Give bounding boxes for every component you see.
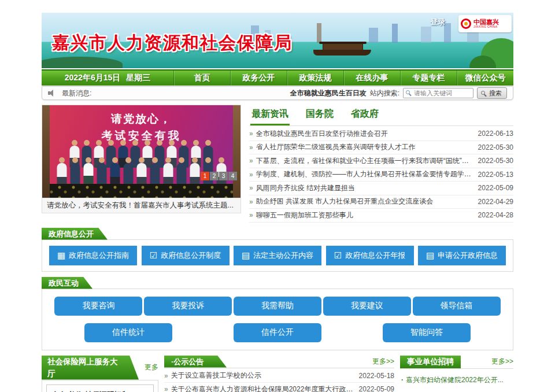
pager-3[interactable]: 3 xyxy=(219,172,228,180)
news-row[interactable]: » 聊聊五一假期加班工资那些事儿 2022-04-28 xyxy=(249,209,513,223)
suggestion-button[interactable]: 我要建议 xyxy=(323,297,411,316)
nav-item-home[interactable]: 首页 xyxy=(173,71,230,86)
tab-state-council[interactable]: 国务院 xyxy=(305,106,335,125)
nav-item-special[interactable]: 专题专栏 xyxy=(400,71,457,86)
doc-check-icon: ☑ xyxy=(334,251,342,260)
arrow-icon: » xyxy=(164,372,168,380)
consult-button[interactable]: 我要咨询 xyxy=(54,297,142,316)
boat-graphic xyxy=(313,40,371,56)
grid-icon: ▦ xyxy=(57,251,65,260)
social-more-link[interactable]: 更多 xyxy=(145,363,158,372)
news-tabs: 最新资讯 国务院 省政府 xyxy=(249,105,513,126)
recruit-row[interactable]: 2022年嘉兴市属事业单位公开... xyxy=(400,388,513,392)
wall-graphic xyxy=(42,105,50,198)
interaction-buttons: 我要咨询 我要投诉 我需帮助 我要建议 领导信箱 信件统计 信件公开 智能问答 xyxy=(42,289,513,350)
social-items: 个人(单位)社保证明打印 办事指南 xyxy=(42,380,158,392)
gov-info-system-button[interactable]: ☑ 政府信息公开制度 xyxy=(142,246,230,265)
tab-latest-news[interactable]: 最新资讯 xyxy=(250,106,290,125)
arrow-icon: » xyxy=(249,171,253,179)
notice-list: » 关于设立嘉善技工学校的公示 2022-05-18 » 关于公布嘉兴市人力资源… xyxy=(164,368,394,392)
nav-item-gov-open[interactable]: 政务公开 xyxy=(230,71,287,86)
nav-date: 2022年6月15日 星期三 xyxy=(42,71,173,86)
news-row[interactable]: » 下基层、走流程，省社保和就业中心主任项薇一行来我市调研“国统”上线情况 20… xyxy=(249,154,513,168)
legal-disclosure-button[interactable]: ▤ 法定主动公开内容 xyxy=(234,246,321,265)
logo-ring-icon xyxy=(461,19,471,29)
notice-row[interactable]: » 关于设立嘉善技工学校的公示 2022-05-18 xyxy=(164,369,394,383)
nav-item-wechat[interactable]: 微信公众号 xyxy=(457,71,513,86)
news-row[interactable]: » 风雨同舟齐抗疫 结对共建显担当 2022-05-09 xyxy=(249,182,513,195)
carpet-graphic xyxy=(42,184,240,198)
notice-panel-title: ·公示公告 xyxy=(164,356,227,368)
social-insurance-panel: 社会保险网上服务大厅 更多 个人(单位)社保证明打印 办事指南 xyxy=(42,356,158,392)
need-help-button[interactable]: 我需帮助 xyxy=(234,297,321,316)
arrow-icon: » xyxy=(164,385,168,392)
interaction-section-title: 政民互动 xyxy=(42,277,92,289)
arrow-icon: » xyxy=(249,130,253,138)
slideshow-caption[interactable]: 请党放心，考试安全有我！首届嘉兴市人事考试系统主题... xyxy=(42,198,241,213)
apply-disclosure-button[interactable]: ▤ 申请公开政府信息 xyxy=(418,246,506,265)
pager-4[interactable]: 4 xyxy=(228,172,237,180)
leader-mailbox-button[interactable]: 领导信箱 xyxy=(413,297,501,316)
site-title: 嘉兴市人力资源和社会保障局 xyxy=(52,31,293,55)
nav-item-policy[interactable]: 政策法规 xyxy=(287,71,343,86)
doc-check-icon: ☑ xyxy=(150,251,157,260)
shore-graphic xyxy=(42,57,123,68)
arrow-icon: » xyxy=(249,157,253,165)
wall-graphic xyxy=(233,105,240,198)
social-cert-print-item[interactable]: 个人(单位)社保证明打印 xyxy=(46,384,154,392)
gov-info-section: 政府信息公开 ▦ 政府信息公开指南 ☑ 政府信息公开制度 ▤ 法定主动公开内容 … xyxy=(42,228,513,272)
hot-topic-text[interactable]: 全市稳就业惠民生百日攻 xyxy=(290,88,367,98)
news-panel: 最新资讯 国务院 省政府 » 全市稳就业惠民生百日攻坚行动推进会召开 2022-… xyxy=(249,105,513,223)
recruit-more-link[interactable]: 更多>> xyxy=(491,357,513,367)
slideshow-photo[interactable]: 请党放心， 考试安全有我 1 2 3 4 xyxy=(42,105,241,198)
mail-stats-button[interactable]: 信件统计 xyxy=(84,323,172,342)
book-icon: ▤ xyxy=(242,251,250,260)
recruit-list: 嘉兴市妇幼保健院2022年公开... 2022年嘉兴市属事业单位公开... 20… xyxy=(400,368,513,392)
slideshow-pager: 1 2 3 4 xyxy=(201,172,237,180)
search-button[interactable]: 搜索 xyxy=(477,87,507,99)
site-banner: 嘉兴市人力资源和社会保障局 登录 中国嘉兴 JIAXING CHINA xyxy=(42,13,513,68)
arrow-icon: » xyxy=(249,143,253,151)
gov-info-section-title: 政府信息公开 xyxy=(42,228,108,240)
arrow-icon: » xyxy=(249,184,253,192)
news-ticker-bar: 最新消息: 全市稳就业惠民生百日攻 站内搜索: 搜索 xyxy=(42,86,513,100)
mail-public-button[interactable]: 信件公开 xyxy=(234,323,321,342)
recruit-row[interactable]: 嘉兴市妇幼保健院2022年公开... xyxy=(400,372,513,388)
gov-info-buttons: ▦ 政府信息公开指南 ☑ 政府信息公开制度 ▤ 法定主动公开内容 ☑ 政府信息公… xyxy=(42,239,513,272)
gov-info-guide-button[interactable]: ▦ 政府信息公开指南 xyxy=(49,246,137,265)
news-row[interactable]: » 学制度、建机制、强防控——市人力社保局召开社保基金要情专题学习会 2022-… xyxy=(249,168,513,182)
search-input[interactable] xyxy=(403,88,473,98)
weekday-text: 星期三 xyxy=(126,73,150,83)
book-icon: ▤ xyxy=(426,251,434,260)
date-text: 2022年6月15日 xyxy=(65,73,121,83)
nav-item-online[interactable]: 在线办事 xyxy=(343,71,400,86)
main-nav: 2022年6月15日 星期三 首页 政务公开 政策法规 在线办事 专题专栏 微信… xyxy=(42,69,513,86)
jiaxing-logo[interactable]: 中国嘉兴 JIAXING CHINA xyxy=(458,15,512,32)
annual-report-button[interactable]: ☑ 政府信息公开年报 xyxy=(326,246,414,265)
pager-2[interactable]: 2 xyxy=(210,172,219,180)
login-link[interactable]: 登录 xyxy=(430,17,445,27)
complaint-button[interactable]: 我要投诉 xyxy=(144,297,232,316)
tab-provincial-gov[interactable]: 省政府 xyxy=(350,106,380,125)
photo-slideshow: 请党放心， 考试安全有我 1 2 3 4 请党放心 xyxy=(42,105,241,223)
search-icon xyxy=(481,91,485,95)
news-row[interactable]: » 全市稳就业惠民生百日攻坚行动推进会召开 2022-06-13 xyxy=(249,127,513,141)
interaction-section: 政民互动 我要咨询 我要投诉 我需帮助 我要建议 领导信箱 信件统计 信件公开 … xyxy=(42,277,513,350)
ticker-label: 最新消息: xyxy=(62,88,91,98)
pager-1[interactable]: 1 xyxy=(201,172,209,180)
logo-en-text: JIAXING CHINA xyxy=(473,25,499,28)
speaker-icon xyxy=(48,90,57,97)
news-row[interactable]: » 助企纾困 共谋发展 市人力社保局召开重点企业交流座谈会 2022-04-29 xyxy=(249,195,513,209)
notice-more-link[interactable]: 更多>> xyxy=(372,357,394,367)
photo-banner-line1: 请党放心， xyxy=(42,111,240,128)
smart-qa-button[interactable]: 智能问答 xyxy=(383,323,471,342)
site-search-label: 站内搜索: xyxy=(370,88,399,98)
news-row[interactable]: » 省人社厅陈荣华二级巡视员来嘉兴调研专技人才工作 2022-05-30 xyxy=(249,141,513,155)
social-panel-title: 社会保险网上服务大厅 xyxy=(42,356,139,380)
public-notice-panel: ·公示公告 更多>> » 关于设立嘉善技工学校的公示 2022-05-18 » … xyxy=(164,356,394,392)
recruitment-panel: 事业单位招聘 更多>> 嘉兴市妇幼保健院2022年公开... 2022年嘉兴市属… xyxy=(400,356,513,392)
recruit-panel-title: 事业单位招聘 xyxy=(400,356,461,368)
arrow-icon: » xyxy=(249,198,253,206)
notice-row[interactable]: » 关于公布嘉兴市人力资源和社会保障局2022年度重大行政决策事... 2022… xyxy=(164,383,394,392)
news-list: » 全市稳就业惠民生百日攻坚行动推进会召开 2022-06-13 » 省人社厅陈… xyxy=(249,127,513,223)
